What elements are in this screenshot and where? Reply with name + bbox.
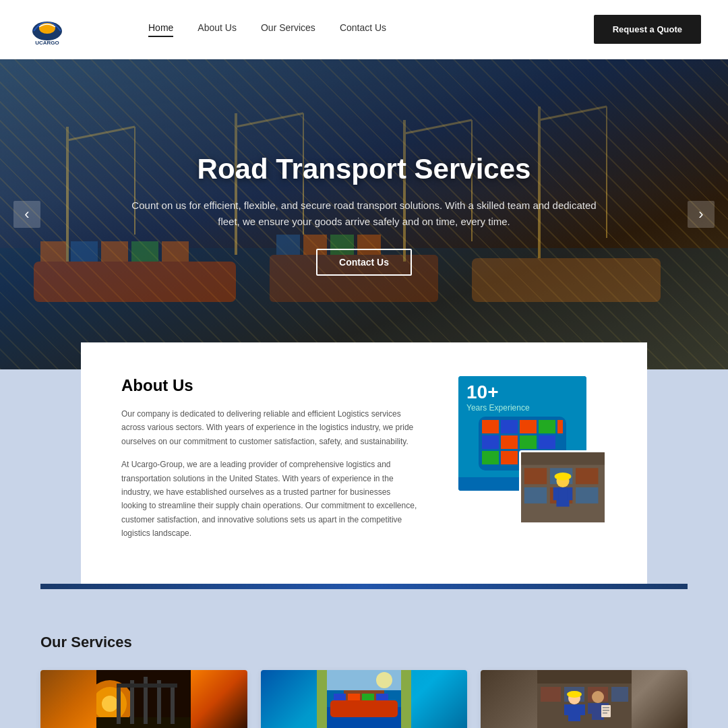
svg-rect-63: [117, 684, 121, 724]
svg-rect-89: [564, 704, 569, 715]
nav: Home About Us Our Services Contact Us: [148, 22, 594, 37]
svg-point-92: [592, 691, 604, 703]
svg-rect-76: [376, 694, 388, 700]
svg-rect-52: [576, 487, 598, 504]
about-title: About Us: [121, 376, 418, 395]
request-quote-button[interactable]: Request a Quote: [594, 15, 701, 44]
svg-point-91: [567, 691, 582, 698]
hero-next-button[interactable]: ›: [688, 201, 715, 228]
svg-rect-8: [71, 241, 98, 262]
svg-rect-56: [568, 487, 573, 500]
svg-rect-77: [317, 670, 327, 728]
about-secondary-image: [519, 450, 607, 524]
ocean-graphic: [317, 670, 411, 728]
hero-contact-button[interactable]: Contact Us: [316, 249, 412, 276]
road-graphic: [96, 670, 191, 728]
svg-rect-36: [482, 435, 499, 449]
stat-number: 10+: [466, 382, 530, 403]
svg-rect-37: [501, 435, 518, 449]
svg-rect-49: [576, 468, 598, 484]
service-ocean-image: [261, 670, 468, 728]
nav-home[interactable]: Home: [148, 22, 173, 37]
svg-text:UCARGO: UCARGO: [35, 40, 59, 46]
hero-section: ‹ Road Transport Services Count on us fo…: [0, 59, 728, 369]
svg-rect-41: [501, 451, 518, 464]
svg-rect-74: [348, 694, 360, 700]
svg-rect-40: [482, 451, 499, 464]
about-images: 10+ Years Experience: [458, 376, 607, 524]
about-section: About Us Our company is dedicated to del…: [81, 342, 647, 584]
svg-rect-55: [553, 487, 559, 500]
svg-rect-39: [539, 435, 555, 449]
svg-point-57: [555, 473, 572, 480]
service-card-customs: Custom Clearance Services Customs cleara…: [481, 670, 688, 728]
customs-graphic: [537, 670, 632, 728]
svg-rect-47: [524, 468, 547, 484]
svg-rect-38: [520, 435, 537, 449]
hero-prev-button[interactable]: ‹: [13, 201, 40, 228]
svg-rect-96: [601, 705, 611, 717]
svg-rect-75: [362, 694, 374, 700]
nav-services[interactable]: Our Services: [261, 22, 315, 37]
svg-rect-78: [401, 670, 411, 728]
svg-rect-90: [580, 704, 585, 715]
svg-rect-94: [588, 703, 593, 714]
svg-rect-50: [524, 487, 547, 504]
svg-rect-97: [603, 707, 609, 708]
blue-stripe-divider: [40, 584, 688, 589]
service-card-road: Road Transport Services Road transport i…: [40, 670, 247, 728]
header: UCARGO Home About Us Our Services Contac…: [0, 0, 728, 59]
nav-about[interactable]: About Us: [198, 22, 237, 37]
svg-rect-83: [541, 687, 561, 702]
services-section: Our Services: [0, 600, 728, 728]
stat-label: Years Experience: [466, 403, 530, 413]
about-para-1: Our company is dedicated to delivering r…: [121, 407, 418, 448]
about-para-2: At Ucargo-Group, we are a leading provid…: [121, 458, 418, 540]
svg-point-80: [376, 672, 392, 688]
svg-rect-88: [568, 704, 580, 721]
services-grid: Road Transport Services Road transport i…: [40, 670, 688, 728]
svg-rect-35: [557, 420, 563, 433]
svg-rect-7: [40, 241, 67, 262]
service-road-image: [40, 670, 247, 728]
about-text: About Us Our company is dedicated to del…: [121, 376, 418, 550]
hero-content: Road Transport Services Count on us for …: [101, 153, 627, 276]
hero-title: Road Transport Services: [128, 153, 600, 185]
nav-contact[interactable]: Contact Us: [340, 22, 386, 37]
svg-rect-67: [171, 684, 175, 724]
svg-rect-98: [603, 710, 609, 711]
logo: UCARGO: [27, 9, 121, 50]
svg-rect-32: [501, 420, 518, 433]
svg-rect-68: [117, 684, 177, 688]
svg-rect-71: [330, 700, 398, 717]
svg-point-61: [102, 696, 118, 712]
svg-rect-33: [520, 420, 537, 433]
svg-rect-86: [611, 687, 628, 702]
svg-rect-31: [482, 420, 499, 433]
services-title: Our Services: [40, 634, 688, 651]
service-card-ocean: Ocean Freight Services Ocean freight is …: [261, 670, 468, 728]
hero-subtitle: Count on us for efficient, flexible, and…: [128, 198, 600, 230]
svg-rect-73: [334, 694, 346, 700]
service-customs-image: [481, 670, 688, 728]
worker-image-graphic: [521, 450, 605, 524]
logo-icon: UCARGO: [27, 9, 67, 50]
svg-rect-34: [539, 420, 555, 433]
svg-rect-99: [603, 712, 607, 714]
